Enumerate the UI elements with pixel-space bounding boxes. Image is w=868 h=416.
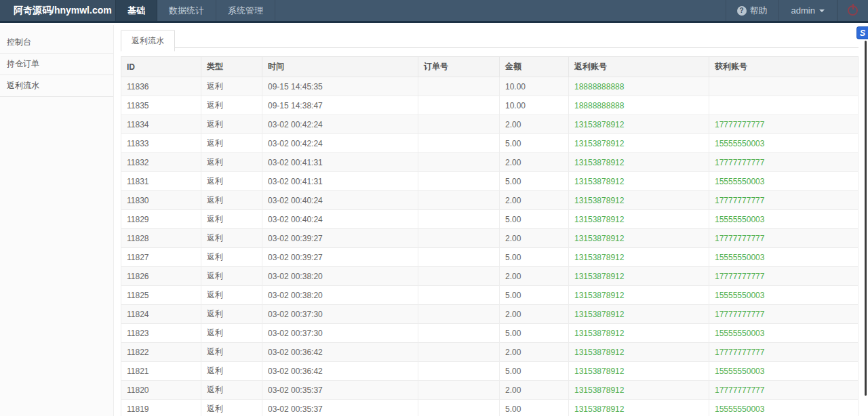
id-cell: 11829 <box>121 210 201 229</box>
column-header: ID <box>121 57 201 77</box>
table-row: 11820返利03-02 00:35:372.00131538789121777… <box>121 381 859 400</box>
time-cell: 03-02 00:38:20 <box>262 267 418 286</box>
profit-account-cell: 15555550003 <box>709 362 859 381</box>
logout-button[interactable] <box>837 0 868 21</box>
amount-cell: 5.00 <box>500 172 569 191</box>
brand-logo: 阿奇源码/hnymwl.com <box>0 0 115 21</box>
sidebar-item[interactable]: 控制台 <box>0 32 113 54</box>
profit-account-cell: 17777777777 <box>709 305 859 324</box>
sidebar-item[interactable]: 返利流水 <box>0 75 113 97</box>
amount-cell: 2.00 <box>500 153 569 172</box>
main-menu: 基础数据统计系统管理 <box>115 0 275 21</box>
user-menu[interactable]: admin <box>778 0 837 21</box>
id-cell: 11819 <box>121 400 201 416</box>
profit-account-cell: 17777777777 <box>709 381 859 400</box>
type-cell: 返利 <box>201 77 262 96</box>
profit-account-cell: 17777777777 <box>709 229 859 248</box>
amount-cell: 5.00 <box>500 324 569 343</box>
time-cell: 03-02 00:35:37 <box>262 400 418 416</box>
admin-page: 阿奇源码/hnymwl.com 基础数据统计系统管理 ? 帮助 admin 控制… <box>0 0 868 416</box>
time-cell: 03-02 00:37:30 <box>262 324 418 343</box>
type-cell: 返利 <box>201 153 262 172</box>
extension-widget[interactable]: S <box>856 26 868 39</box>
table-body: 11836返利09-15 14:45:3510.0018888888888118… <box>121 77 859 416</box>
table-row: 11832返利03-02 00:41:312.00131538789121777… <box>121 153 859 172</box>
order-cell <box>418 153 500 172</box>
id-cell: 11821 <box>121 362 201 381</box>
nav-item-active[interactable]: 基础 <box>115 0 157 21</box>
table-row: 11824返利03-02 00:37:302.00131538789121777… <box>121 305 859 324</box>
rebate-account-cell: 13153878912 <box>569 381 709 400</box>
nav-item-link[interactable]: 系统管理 <box>216 0 275 21</box>
id-cell: 11833 <box>121 134 201 153</box>
time-cell: 09-15 14:45:35 <box>262 77 418 96</box>
rebate-account-cell: 13153878912 <box>569 305 709 324</box>
table-row: 11830返利03-02 00:40:242.00131538789121777… <box>121 191 859 210</box>
order-cell <box>418 210 500 229</box>
profit-account-cell <box>709 77 859 96</box>
rebate-account-cell: 13153878912 <box>569 362 709 381</box>
nav-item-link[interactable]: 数据统计 <box>157 0 216 21</box>
time-cell: 03-02 00:42:24 <box>262 115 418 134</box>
time-cell: 03-02 00:36:42 <box>262 362 418 381</box>
id-cell: 11832 <box>121 153 201 172</box>
time-cell: 03-02 00:40:24 <box>262 210 418 229</box>
vertical-scrollbar[interactable] <box>865 41 867 396</box>
rebate-account-cell: 13153878912 <box>569 191 709 210</box>
table-row: 11827返利03-02 00:39:275.00131538789121555… <box>121 248 859 267</box>
profit-account-cell: 15555550003 <box>709 286 859 305</box>
rebate-account-cell: 13153878912 <box>569 400 709 416</box>
column-header: 类型 <box>201 57 262 77</box>
time-cell: 03-02 00:35:37 <box>262 381 418 400</box>
amount-cell: 10.00 <box>500 77 569 96</box>
rebate-account-cell: 13153878912 <box>569 153 709 172</box>
table-row: 11828返利03-02 00:39:272.00131538789121777… <box>121 229 859 248</box>
id-cell: 11824 <box>121 305 201 324</box>
amount-cell: 5.00 <box>500 248 569 267</box>
sidebar-item[interactable]: 持仓订单 <box>0 54 113 75</box>
table-row: 11835返利09-15 14:38:4710.0018888888888 <box>121 96 859 115</box>
time-cell: 03-02 00:39:27 <box>262 248 418 267</box>
profit-account-cell: 15555550003 <box>709 134 859 153</box>
time-cell: 03-02 00:41:31 <box>262 153 418 172</box>
table-row: 11829返利03-02 00:40:245.00131538789121555… <box>121 210 859 229</box>
column-header: 获利账号 <box>709 57 859 77</box>
table-row: 11831返利03-02 00:41:315.00131538789121555… <box>121 172 859 191</box>
rebate-account-cell: 13153878912 <box>569 229 709 248</box>
order-cell <box>418 229 500 248</box>
order-cell <box>418 400 500 416</box>
type-cell: 返利 <box>201 248 262 267</box>
navbar-right: ? 帮助 admin <box>726 0 868 21</box>
profit-account-cell: 17777777777 <box>709 191 859 210</box>
table-header-row: ID类型时间订单号金额返利账号获利账号 <box>121 57 859 77</box>
order-cell <box>418 77 500 96</box>
id-cell: 11823 <box>121 324 201 343</box>
amount-cell: 10.00 <box>500 96 569 115</box>
profit-account-cell: 15555550003 <box>709 248 859 267</box>
rebate-account-cell: 18888888888 <box>569 96 709 115</box>
rebate-account-cell: 13153878912 <box>569 267 709 286</box>
rebate-account-cell: 13153878912 <box>569 248 709 267</box>
id-cell: 11825 <box>121 286 201 305</box>
profit-account-cell: 17777777777 <box>709 153 859 172</box>
top-navbar: 阿奇源码/hnymwl.com 基础数据统计系统管理 ? 帮助 admin <box>0 0 868 23</box>
time-cell: 09-15 14:38:47 <box>262 96 418 115</box>
id-cell: 11826 <box>121 267 201 286</box>
type-cell: 返利 <box>201 172 262 191</box>
table-row: 11822返利03-02 00:36:422.00131538789121777… <box>121 343 859 362</box>
tab-rebate-flow[interactable]: 返利流水 <box>121 30 175 51</box>
order-cell <box>418 362 500 381</box>
order-cell <box>418 115 500 134</box>
profit-account-cell: 15555550003 <box>709 172 859 191</box>
amount-cell: 2.00 <box>500 305 569 324</box>
amount-cell: 5.00 <box>500 134 569 153</box>
amount-cell: 2.00 <box>500 343 569 362</box>
rebate-account-cell: 13153878912 <box>569 115 709 134</box>
order-cell <box>418 96 500 115</box>
type-cell: 返利 <box>201 134 262 153</box>
help-button[interactable]: ? 帮助 <box>726 0 778 21</box>
id-cell: 11820 <box>121 381 201 400</box>
power-icon <box>848 5 858 16</box>
profit-account-cell <box>709 96 859 115</box>
order-cell <box>418 286 500 305</box>
